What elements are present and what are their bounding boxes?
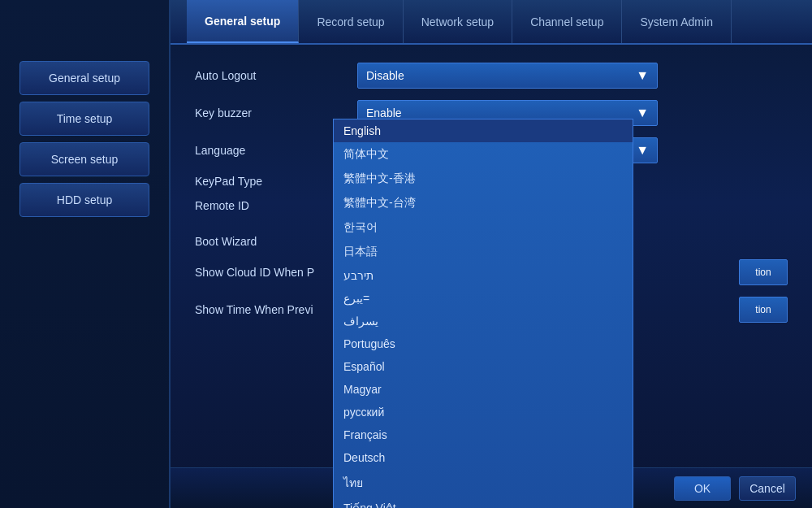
lang-option-portuguese[interactable]: Português <box>334 332 633 355</box>
lang-option-german[interactable]: Deutsch <box>334 446 633 469</box>
sidebar-item-general-setup[interactable]: General setup <box>19 61 149 95</box>
sidebar-item-time-setup[interactable]: Time setup <box>19 102 149 136</box>
main-content: Auto Logout Disable ▼ Key buzzer Enable … <box>171 46 812 467</box>
ok-button[interactable]: OK <box>674 476 731 501</box>
auto-logout-label: Auto Logout <box>195 69 357 82</box>
lang-option-english[interactable]: English <box>334 119 633 142</box>
sidebar-label-hdd: HDD setup <box>57 193 112 206</box>
lang-option-russian[interactable]: русский <box>334 401 633 423</box>
lang-option-japanese[interactable]: 日本語 <box>334 240 633 264</box>
key-buzzer-value: Enable <box>366 106 402 119</box>
auto-logout-value: Disable <box>366 69 404 82</box>
sidebar-label-screen: Screen setup <box>51 153 119 166</box>
lang-option-trad-chinese-hk[interactable]: 繁體中文-香港 <box>334 167 633 191</box>
lang-option-arabic[interactable]: يبرع= <box>334 287 633 310</box>
key-buzzer-arrow-icon: ▼ <box>636 106 649 120</box>
sidebar: General setup Time setup Screen setup HD… <box>0 0 171 508</box>
language-dropdown: English 简体中文 繁體中文-香港 繁體中文-台湾 한국어 日本語 תיר… <box>333 119 633 508</box>
language-arrow-icon: ▼ <box>636 143 649 158</box>
lang-option-hebrew[interactable]: תירבע <box>334 264 633 287</box>
show-time-action[interactable]: tion <box>739 297 788 323</box>
lang-option-vietnamese[interactable]: Tiếng Việt <box>334 497 633 508</box>
lang-option-spanish[interactable]: Español <box>334 355 633 378</box>
tab-record-setup[interactable]: Record setup <box>299 0 403 43</box>
sidebar-item-hdd-setup[interactable]: HDD setup <box>19 183 149 217</box>
auto-logout-select[interactable]: Disable ▼ <box>357 63 658 89</box>
lang-option-thai[interactable]: ไทย <box>334 469 633 497</box>
auto-logout-row: Auto Logout Disable ▼ <box>195 63 788 89</box>
sidebar-label-time: Time setup <box>57 112 113 125</box>
show-cloud-id-action[interactable]: tion <box>739 259 788 285</box>
tab-channel-setup[interactable]: Channel setup <box>512 0 622 43</box>
tab-network-setup[interactable]: Network setup <box>404 0 512 43</box>
lang-option-trad-chinese-tw[interactable]: 繁體中文-台湾 <box>334 191 633 215</box>
sidebar-item-screen-setup[interactable]: Screen setup <box>19 142 149 176</box>
tab-general-setup[interactable]: General setup <box>187 0 299 43</box>
tab-system-admin[interactable]: System Admin <box>622 0 731 43</box>
lang-option-korean[interactable]: 한국어 <box>334 215 633 240</box>
lang-option-simplified-chinese[interactable]: 简体中文 <box>334 142 633 167</box>
lang-option-french[interactable]: Français <box>334 423 633 446</box>
lang-option-persian[interactable]: يسراف <box>334 310 633 332</box>
key-buzzer-label: Key buzzer <box>195 106 357 119</box>
auto-logout-arrow-icon: ▼ <box>636 68 649 83</box>
cancel-button[interactable]: Cancel <box>739 476 796 501</box>
lang-option-hungarian[interactable]: Magyar <box>334 378 633 401</box>
sidebar-label-general: General setup <box>49 72 120 85</box>
